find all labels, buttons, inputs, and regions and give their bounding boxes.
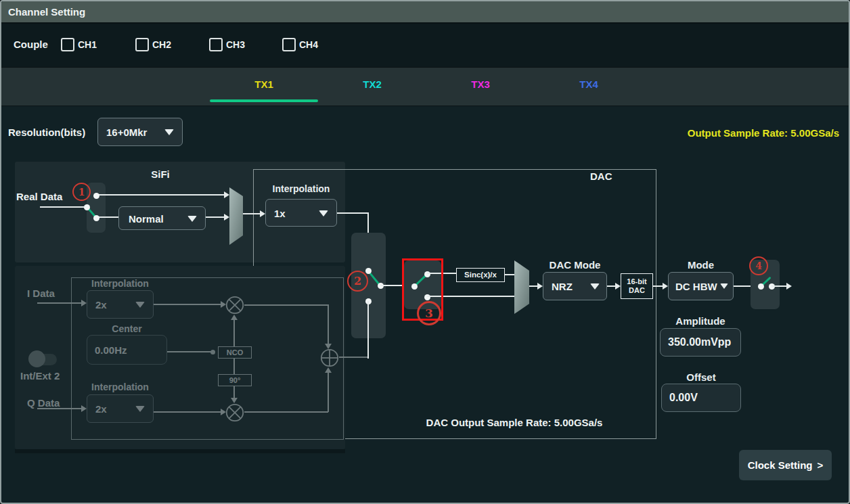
chevron-down-icon bbox=[720, 283, 728, 289]
offset-label: Offset bbox=[661, 371, 741, 383]
tab-tx1[interactable]: TX1 bbox=[233, 78, 294, 90]
page-title: Channel Setting bbox=[8, 6, 85, 18]
checkbox-ch1-label: CH1 bbox=[78, 39, 97, 50]
chevron-down-icon bbox=[319, 210, 328, 216]
wire bbox=[243, 213, 260, 214]
annotation-circle-3: 3 bbox=[417, 301, 441, 325]
switch-dot bbox=[758, 283, 764, 290]
dac-mode-value: NRZ bbox=[552, 281, 573, 292]
arrowhead bbox=[537, 283, 543, 290]
offset-value: 0.00V bbox=[669, 392, 698, 404]
mux-icon bbox=[514, 260, 529, 314]
wire bbox=[206, 216, 224, 218]
output-mode-select[interactable]: DC HBW bbox=[668, 272, 734, 300]
tx-tab-bar: TX1 TX2 TX3 TX4 bbox=[1, 67, 849, 106]
dac-mode-label: DAC Mode bbox=[543, 259, 607, 271]
checkbox-ch1[interactable] bbox=[61, 38, 74, 51]
output-mode-label: Mode bbox=[668, 259, 734, 271]
checkbox-ch2-label: CH2 bbox=[152, 39, 171, 50]
chevron-right-icon: > bbox=[818, 459, 824, 471]
interpolation-select[interactable]: 1x bbox=[265, 199, 337, 227]
arrowhead bbox=[615, 283, 621, 290]
checkbox-ch4-label: CH4 bbox=[299, 39, 318, 50]
wire bbox=[40, 206, 87, 208]
dac-block-label: DAC bbox=[590, 170, 612, 182]
output-mode-value: DC HBW bbox=[675, 281, 717, 292]
annotation-circle-2: 2 bbox=[347, 271, 368, 292]
switch-dot bbox=[365, 268, 372, 274]
dac-sample-rate-text: DAC Output Sample Rate: 5.00GSa/s bbox=[372, 417, 656, 428]
wire bbox=[367, 301, 369, 359]
clock-setting-button[interactable]: Clock Setting > bbox=[739, 450, 832, 480]
offset-input[interactable]: 0.00V bbox=[661, 384, 741, 412]
mux-icon bbox=[229, 187, 243, 245]
tab-tx3[interactable]: TX3 bbox=[450, 78, 511, 90]
arrowhead bbox=[663, 283, 668, 290]
wire bbox=[96, 194, 225, 196]
dac-mode-select[interactable]: NRZ bbox=[543, 272, 607, 300]
chevron-down-icon bbox=[187, 216, 197, 222]
interpolation-label: Interpolation bbox=[265, 183, 337, 194]
switch-dot bbox=[93, 215, 99, 221]
checkbox-ch2[interactable] bbox=[135, 38, 149, 51]
arrowhead bbox=[786, 283, 792, 290]
wire bbox=[529, 285, 537, 287]
checkbox-ch4[interactable] bbox=[282, 38, 296, 51]
tab-tx4[interactable]: TX4 bbox=[558, 78, 619, 90]
annotation-circle-1: 1 bbox=[72, 183, 91, 201]
wire bbox=[96, 216, 118, 218]
active-tab-underline bbox=[210, 99, 318, 102]
chevron-down-icon bbox=[590, 283, 600, 290]
annotation-circle-4: 4 bbox=[749, 256, 768, 275]
title-bar: Channel Setting bbox=[1, 1, 849, 24]
couple-label: Couple bbox=[14, 39, 48, 50]
couple-row: Couple CH1 CH2 CH3 CH4 bbox=[1, 24, 849, 67]
arrowhead bbox=[260, 210, 265, 217]
wire bbox=[337, 212, 369, 214]
panel-shadow bbox=[15, 449, 345, 453]
sinc-filter-block: Sinc(x)/x bbox=[456, 268, 505, 282]
real-data-label: Real Data bbox=[16, 191, 62, 202]
wire bbox=[607, 285, 615, 287]
chevron-down-icon bbox=[164, 129, 174, 135]
amplitude-value: 350.00mVpp bbox=[668, 336, 731, 348]
tab-tx2[interactable]: TX2 bbox=[342, 78, 403, 90]
channel-setting-dialog: Channel Setting Couple CH1 CH2 CH3 CH4 T… bbox=[0, 0, 850, 504]
output-sample-rate-text: Output Sample Rate: 5.00GSa/s bbox=[688, 127, 839, 139]
int-ext-toggle[interactable] bbox=[26, 348, 60, 371]
sifi-mode-value: Normal bbox=[129, 212, 164, 224]
switch-dot bbox=[93, 193, 99, 199]
amplitude-label: Amplitude bbox=[660, 315, 741, 327]
iq-panel-disabled bbox=[15, 266, 345, 449]
checkbox-ch3-label: CH3 bbox=[226, 39, 245, 50]
arrowhead bbox=[224, 214, 229, 221]
sifi-mode-select[interactable]: Normal bbox=[118, 206, 206, 230]
dac-chip-block: 16-bit DAC bbox=[621, 273, 653, 299]
resolution-label: Resolution(bits) bbox=[8, 127, 85, 138]
resolution-value: 16+0Mkr bbox=[106, 127, 147, 138]
arrowhead bbox=[224, 191, 229, 198]
wire bbox=[771, 285, 786, 287]
amplitude-input[interactable]: 350.00mVpp bbox=[660, 328, 741, 357]
checkbox-ch3[interactable] bbox=[209, 38, 223, 51]
wire bbox=[653, 285, 663, 287]
switch-dot bbox=[84, 204, 90, 210]
sifi-title: SiFi bbox=[143, 168, 177, 180]
resolution-select[interactable]: 16+0Mkr bbox=[97, 118, 183, 146]
wire bbox=[505, 274, 514, 275]
interpolation-value: 1x bbox=[274, 207, 286, 219]
